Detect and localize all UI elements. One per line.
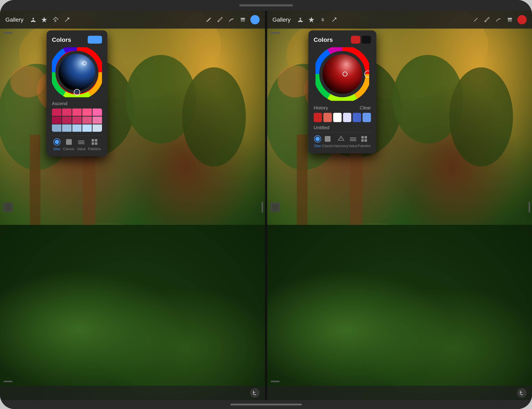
left-selection-icon[interactable]: S [52, 16, 60, 24]
right-classic-icon[interactable] [324, 135, 332, 143]
right-harmony-icon[interactable] [337, 135, 345, 143]
right-selection-icon[interactable]: S [319, 16, 327, 24]
left-ring-handle[interactable] [74, 89, 80, 95]
right-opacity-checkbox[interactable] [271, 203, 279, 211]
svg-rect-62 [361, 136, 364, 138]
svg-rect-26 [66, 139, 72, 145]
right-magic-icon[interactable] [307, 16, 315, 24]
harmony-cell-2[interactable] [72, 109, 82, 116]
right-disc-icon[interactable] [314, 135, 322, 143]
svg-point-9 [55, 336, 196, 358]
right-clear-button[interactable]: Clear [360, 105, 371, 111]
right-tab-value[interactable]: Value [349, 135, 358, 148]
right-panel-header: Colors [314, 36, 371, 44]
right-history-swatch-3[interactable] [343, 113, 352, 122]
right-canvas-bg [267, 11, 532, 400]
right-layers-icon[interactable] [506, 16, 514, 24]
left-layer-btn[interactable] [3, 202, 13, 212]
right-tab-palettes-label: Palettes [358, 144, 370, 148]
right-color-wheel-container[interactable] [315, 47, 369, 101]
harmony-cell-7[interactable] [72, 117, 82, 124]
right-wrench-icon[interactable] [296, 16, 304, 24]
right-secondary-swatch[interactable] [362, 36, 371, 44]
home-indicator[interactable] [230, 404, 302, 405]
left-gallery-button[interactable]: Gallery [5, 17, 23, 23]
right-history-swatch-5[interactable] [362, 113, 371, 122]
harmony-cell-14[interactable] [93, 124, 102, 132]
svg-marker-48 [308, 17, 314, 23]
left-edge-handle[interactable] [262, 202, 263, 213]
right-history-swatch-2[interactable] [333, 113, 342, 122]
left-brush-icon[interactable] [216, 16, 224, 24]
right-transform-icon[interactable] [330, 16, 338, 24]
right-history-swatch-1[interactable] [323, 113, 332, 122]
device-bottom-bar [0, 400, 532, 409]
left-color-wheel-container[interactable] [52, 47, 102, 97]
right-brush-icon[interactable] [483, 16, 491, 24]
harmony-cell-9[interactable] [93, 117, 102, 124]
device-top-bar [0, 0, 532, 11]
right-tab-harmony[interactable]: Harmony [334, 135, 348, 148]
left-layers-icon[interactable] [239, 16, 247, 24]
left-tab-classic-label: Classic [63, 147, 75, 151]
left-classic-icon[interactable] [65, 138, 73, 146]
svg-point-16 [218, 21, 219, 22]
right-layer-btn[interactable] [270, 202, 280, 212]
harmony-cell-1[interactable] [62, 109, 72, 116]
right-primary-swatch[interactable] [351, 36, 360, 44]
right-edge-handle[interactable] [529, 202, 530, 213]
right-smudge-icon[interactable] [494, 16, 502, 24]
left-tab-palettes[interactable]: Palettes [88, 138, 101, 151]
harmony-cell-5[interactable] [52, 117, 61, 124]
svg-rect-64 [361, 139, 364, 142]
left-magic-icon[interactable] [40, 16, 48, 24]
left-pen-icon[interactable] [205, 16, 212, 24]
left-tab-classic[interactable]: Classic [63, 138, 75, 151]
svg-rect-30 [92, 139, 94, 142]
right-tab-classic[interactable]: Classic [322, 135, 333, 148]
left-palettes-icon[interactable] [91, 138, 98, 146]
harmony-cell-6[interactable] [62, 117, 72, 124]
harmony-cell-8[interactable] [82, 117, 92, 124]
left-undo-button[interactable] [250, 388, 260, 398]
left-panel: Gallery S [0, 11, 265, 400]
right-tab-value-label: Value [349, 144, 358, 148]
left-smudge-icon[interactable] [228, 16, 235, 24]
harmony-cell-0[interactable] [52, 109, 61, 116]
harmony-cell-11[interactable] [62, 124, 72, 132]
svg-rect-65 [364, 139, 367, 142]
left-opacity-slider[interactable] [4, 381, 12, 382]
right-color-wheel-svg[interactable] [315, 47, 369, 101]
left-wrench-icon[interactable] [29, 16, 37, 24]
right-history-swatch-0[interactable] [314, 113, 322, 122]
left-disc-icon[interactable] [53, 138, 61, 146]
left-canvas-bg [0, 11, 265, 400]
right-brush-size-slider[interactable] [271, 32, 280, 34]
right-tab-disc[interactable]: Disc [314, 135, 322, 148]
left-tab-disc[interactable]: Disc [53, 138, 61, 151]
left-panel-right-edge [260, 29, 265, 386]
right-history-swatch-4[interactable] [353, 113, 361, 122]
harmony-cell-13[interactable] [82, 124, 92, 132]
harmony-cell-4[interactable] [93, 109, 102, 116]
right-tab-palettes[interactable]: Palettes [358, 135, 370, 148]
left-color-dot[interactable] [250, 15, 260, 24]
left-opacity-checkbox[interactable] [4, 203, 12, 211]
right-pen-icon[interactable] [472, 16, 479, 24]
harmony-cell-10[interactable] [52, 124, 61, 132]
left-brush-size-slider[interactable] [4, 32, 12, 34]
right-opacity-slider[interactable] [271, 381, 280, 382]
right-color-dot[interactable] [517, 15, 527, 24]
panel-divider [265, 11, 267, 400]
harmony-cell-3[interactable] [82, 109, 92, 116]
harmony-cell-12[interactable] [72, 124, 82, 132]
right-gallery-button[interactable]: Gallery [273, 17, 291, 23]
right-palettes-icon[interactable] [360, 135, 368, 143]
right-value-icon[interactable] [349, 135, 357, 143]
left-current-swatch[interactable] [88, 36, 102, 44]
left-tab-value[interactable]: Value [77, 138, 86, 151]
left-transform-icon[interactable] [63, 16, 71, 24]
right-tab-classic-label: Classic [322, 144, 333, 148]
right-undo-button[interactable] [517, 388, 527, 398]
left-value-icon[interactable] [77, 138, 85, 146]
